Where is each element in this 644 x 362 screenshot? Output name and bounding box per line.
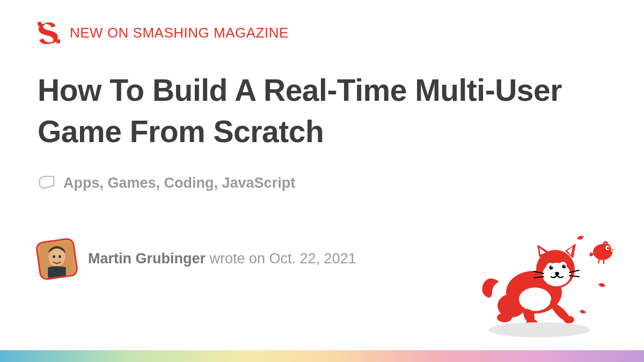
svg-point-14 [519,287,551,311]
svg-rect-1 [56,39,60,44]
author-date: Oct. 22, 2021 [269,250,356,267]
tags-list: Apps, Games, Coding, JavaScript [63,175,295,191]
svg-rect-0 [38,21,42,26]
svg-point-21 [550,266,553,270]
svg-point-22 [562,265,566,269]
kicker-row: NEW ON SMASHING MAGAZINE [38,21,606,44]
tag-icon [38,175,56,191]
article-card: NEW ON SMASHING MAGAZINE How To Build A … [0,0,644,362]
article-title: How To Build A Real-Time Multi-User Game… [38,70,606,152]
smashing-cat-mascot-icon [472,223,623,341]
tags-row: Apps, Games, Coding, JavaScript [38,175,606,191]
svg-point-10 [607,247,609,249]
svg-point-12 [497,313,512,322]
author-text: Martin Grubinger wrote on Oct. 22, 2021 [88,250,356,267]
svg-point-23 [551,266,552,267]
author-avatar [35,237,78,280]
smashing-logo-icon [38,21,60,44]
rainbow-divider [0,350,644,362]
author-name: Martin Grubinger [88,250,206,267]
svg-point-15 [564,316,574,323]
author-wrote-on: wrote on [206,250,269,267]
kicker-label: NEW ON SMASHING MAGAZINE [70,25,289,41]
svg-point-24 [564,265,565,266]
